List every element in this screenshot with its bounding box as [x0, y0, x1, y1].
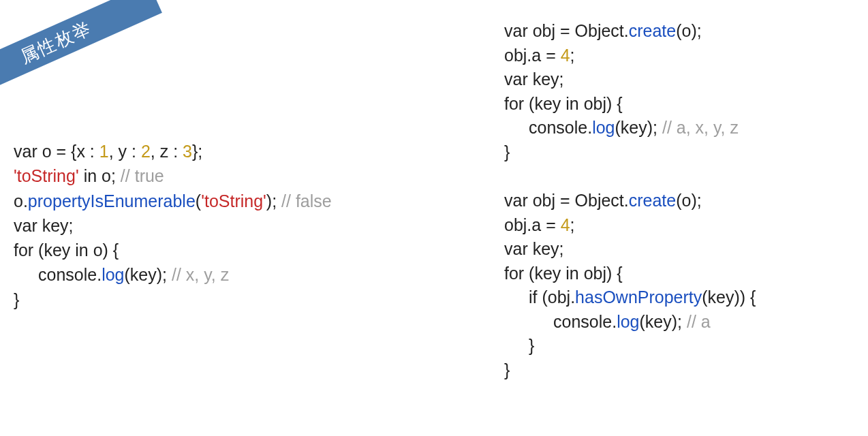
- txt: (: [196, 191, 201, 211]
- spacer: [504, 164, 756, 189]
- txt: console.: [553, 312, 617, 331]
- txt: , y :: [109, 142, 141, 161]
- code-line: var key;: [504, 67, 756, 92]
- code-line: console.log(key); // a, x, y, z: [504, 116, 756, 140]
- txt: (o);: [676, 21, 702, 40]
- number-literal: 4: [561, 46, 570, 65]
- txt: };: [192, 142, 202, 161]
- code-line: 'toString' in o; // true: [14, 164, 332, 188]
- code-line: obj.a = 4;: [504, 213, 756, 238]
- txt: ;: [570, 46, 575, 65]
- txt: o.: [14, 191, 28, 211]
- txt: var o = {x :: [14, 142, 99, 161]
- comment: // false: [281, 191, 332, 211]
- method-name: create: [629, 21, 676, 40]
- code-line: o.propertyIsEnumerable('toString'); // f…: [14, 189, 332, 213]
- string-literal: 'toString': [14, 166, 79, 185]
- txt: (key);: [125, 265, 172, 284]
- string-literal: 'toString': [201, 191, 266, 211]
- txt: (o);: [676, 191, 702, 210]
- code-line: var key;: [14, 213, 332, 238]
- number-literal: 1: [99, 142, 109, 161]
- txt: (key);: [615, 118, 662, 137]
- method-name: hasOwnProperty: [575, 287, 702, 307]
- txt: obj.a =: [504, 46, 561, 65]
- code-line: obj.a = 4;: [504, 44, 756, 68]
- code-line: }: [504, 358, 756, 383]
- code-line: }: [504, 140, 756, 165]
- txt: ;: [570, 215, 575, 234]
- code-line: for (key in obj) {: [504, 262, 756, 286]
- number-literal: 3: [183, 142, 192, 161]
- code-line: for (key in obj) {: [504, 92, 756, 116]
- method-name: create: [629, 191, 676, 210]
- method-name: log: [102, 265, 124, 284]
- comment: // x, y, z: [172, 265, 229, 284]
- code-line: var key;: [504, 237, 756, 262]
- txt: (key);: [640, 312, 687, 331]
- code-line: console.log(key); // a: [504, 310, 756, 334]
- method-name: propertyIsEnumerable: [28, 191, 196, 211]
- method-name: log: [592, 118, 615, 137]
- code-line: var obj = Object.create(o);: [504, 19, 756, 44]
- txt: var obj = Object.: [504, 21, 629, 40]
- code-line: for (key in o) {: [14, 238, 332, 262]
- txt: in o;: [79, 166, 121, 185]
- txt: console.: [529, 118, 592, 137]
- code-block-left: var o = {x : 1, y : 2, z : 3}; 'toString…: [14, 139, 332, 312]
- txt: obj.a =: [504, 215, 561, 234]
- number-literal: 4: [561, 215, 570, 234]
- txt: );: [266, 191, 281, 211]
- number-literal: 2: [141, 142, 151, 161]
- txt: var obj = Object.: [504, 191, 629, 210]
- code-line: console.log(key); // x, y, z: [14, 262, 332, 287]
- code-line: }: [14, 287, 332, 312]
- slide-ribbon: 属性枚举: [0, 0, 162, 102]
- comment: // true: [121, 166, 164, 185]
- method-name: log: [617, 312, 639, 331]
- txt: console.: [38, 265, 102, 284]
- ribbon-title: 属性枚举: [16, 16, 96, 69]
- code-line: var o = {x : 1, y : 2, z : 3};: [14, 139, 332, 164]
- comment: // a: [687, 312, 711, 331]
- code-line: if (obj.hasOwnProperty(key)) {: [504, 285, 756, 310]
- code-line: }: [504, 334, 756, 358]
- code-line: var obj = Object.create(o);: [504, 189, 756, 213]
- txt: (key)) {: [702, 287, 756, 307]
- comment: // a, x, y, z: [662, 118, 739, 137]
- code-block-right: var obj = Object.create(o); obj.a = 4; v…: [504, 19, 756, 382]
- txt: , z :: [151, 142, 183, 161]
- txt: if (obj.: [529, 287, 575, 307]
